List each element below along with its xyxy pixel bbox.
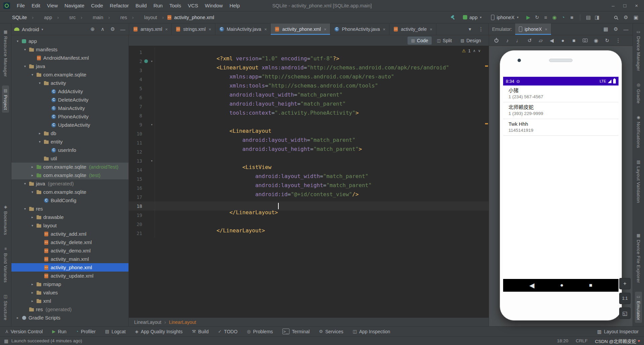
hidden-tabs-icon[interactable]: ▾ bbox=[467, 26, 473, 33]
tree-row[interactable]: activity_delete.xml bbox=[11, 238, 128, 246]
profile-icon[interactable]: ◔ bbox=[560, 14, 567, 21]
close-icon[interactable]: × bbox=[165, 27, 168, 32]
tool-window-button[interactable]: ⚙ Services bbox=[319, 329, 343, 334]
breadcrumb[interactable]: res bbox=[113, 15, 137, 20]
stripe-notifications[interactable]: ◉ Notifications bbox=[635, 112, 642, 151]
tree-chevron-icon[interactable] bbox=[23, 182, 27, 185]
fold-icon[interactable] bbox=[149, 111, 155, 120]
tool-window-button[interactable]: ▤ Logcat bbox=[105, 329, 125, 334]
tree-row[interactable]: java (generated) bbox=[11, 179, 128, 188]
inspections-widget[interactable]: ⚠ 1 ∧ ∨ bbox=[462, 48, 481, 53]
stripe-project[interactable]: ▤ Project bbox=[2, 85, 9, 113]
window-layout-icon[interactable]: ▣ bbox=[633, 14, 639, 21]
screenshot-camera-icon[interactable] bbox=[582, 37, 588, 44]
fold-icon[interactable] bbox=[149, 174, 155, 183]
fold-icon[interactable] bbox=[149, 66, 155, 75]
tree-row[interactable]: activity_demo.xml bbox=[11, 246, 128, 255]
editor-tab[interactable]: strings.xml × bbox=[172, 23, 215, 35]
device-dropdown[interactable]: iphoneX ▾ bbox=[488, 13, 522, 21]
tree-chevron-icon[interactable] bbox=[38, 140, 42, 143]
tree-row[interactable]: util bbox=[11, 154, 128, 163]
next-issue-icon[interactable]: ∨ bbox=[478, 49, 481, 53]
tree-row[interactable]: app bbox=[11, 37, 128, 45]
menu-item[interactable]: Help bbox=[226, 1, 243, 10]
tree-chevron-icon[interactable] bbox=[30, 224, 35, 227]
grid-icon[interactable]: ▦ bbox=[602, 26, 609, 33]
search-everywhere-icon[interactable] bbox=[612, 14, 619, 21]
tree-chevron-icon[interactable] bbox=[23, 64, 27, 68]
close-icon[interactable]: × bbox=[264, 27, 267, 32]
tree-chevron-icon[interactable] bbox=[30, 291, 35, 294]
view-mode-button[interactable]: ▧ Design bbox=[457, 37, 485, 45]
menu-item[interactable]: Refactor bbox=[106, 1, 132, 10]
apply-changes-icon[interactable]: ↻ bbox=[534, 14, 540, 21]
view-mode-button[interactable]: ▤ Code bbox=[408, 37, 432, 45]
code-line[interactable]: 21 bbox=[129, 229, 489, 238]
tree-chevron-icon[interactable] bbox=[15, 39, 20, 43]
tree-row[interactable]: db bbox=[11, 129, 128, 137]
rotate-left-icon[interactable]: ↺ bbox=[526, 37, 533, 44]
breadcrumb[interactable]: SQLite bbox=[5, 15, 37, 20]
tree-row[interactable]: entity bbox=[11, 137, 128, 146]
overview-icon[interactable]: ■ bbox=[571, 37, 577, 44]
more-icon[interactable]: ⋮ bbox=[615, 37, 622, 44]
tool-window-switcher-icon[interactable]: ▦ bbox=[4, 338, 8, 344]
zoom-fit-button[interactable]: ◱ bbox=[619, 307, 631, 319]
close-icon[interactable]: × bbox=[430, 27, 432, 32]
hide-panel-icon[interactable]: — bbox=[119, 26, 126, 33]
stripe-bookmarks[interactable]: ◈ Bookmarks bbox=[2, 202, 9, 238]
settings-gear-icon[interactable]: ⚙ bbox=[623, 14, 629, 21]
tree-chevron-icon[interactable] bbox=[15, 316, 20, 320]
fold-icon[interactable] bbox=[149, 202, 155, 211]
tree-row[interactable]: res bbox=[11, 205, 128, 213]
tree-row[interactable]: com.example.sqlite bbox=[11, 70, 128, 79]
phone-screen[interactable]: 8:34 ⊙ LTE bbox=[503, 77, 619, 292]
fold-icon[interactable] bbox=[149, 57, 155, 66]
tree-chevron-icon[interactable] bbox=[23, 207, 27, 211]
screen-record-icon[interactable]: ◉ bbox=[593, 37, 599, 44]
fold-icon[interactable] bbox=[149, 129, 155, 138]
tree-chevron-icon[interactable] bbox=[30, 282, 35, 286]
tree-chevron-icon[interactable] bbox=[30, 73, 35, 76]
home-icon[interactable]: ● bbox=[559, 37, 566, 44]
back-icon[interactable]: ◀ bbox=[529, 281, 534, 289]
fold-icon[interactable] bbox=[149, 156, 155, 165]
editor-tab[interactable]: arrays.xml × bbox=[129, 23, 172, 35]
menu-item[interactable]: Edit bbox=[28, 1, 44, 10]
fold-icon[interactable] bbox=[149, 183, 155, 192]
fold-icon[interactable] bbox=[149, 229, 155, 238]
tree-row[interactable]: MainActivity bbox=[11, 104, 128, 112]
tree-chevron-icon[interactable] bbox=[38, 81, 42, 85]
tree-row[interactable]: UpdateActivity bbox=[11, 121, 128, 129]
run-config-dropdown[interactable]: app ▾ bbox=[460, 13, 485, 21]
tree-chevron-icon[interactable] bbox=[38, 131, 42, 135]
fold-icon[interactable] bbox=[149, 138, 155, 147]
snapshot-icon[interactable]: ↻ bbox=[604, 37, 610, 44]
tool-window-button[interactable]: Y Version Control bbox=[5, 329, 43, 334]
tree-row[interactable]: drawable bbox=[11, 213, 128, 221]
line-ending-indicator[interactable]: CRLF bbox=[576, 338, 587, 343]
close-icon[interactable]: × bbox=[383, 27, 386, 32]
overview-icon[interactable]: ■ bbox=[589, 282, 592, 288]
menu-item[interactable]: Code bbox=[88, 1, 106, 10]
tree-row[interactable]: DeleteActivity bbox=[11, 96, 128, 104]
tool-window-button[interactable]: >_ Terminal bbox=[282, 329, 310, 334]
fold-icon[interactable] bbox=[149, 211, 155, 220]
tree-chevron-icon[interactable] bbox=[30, 165, 35, 169]
locate-file-icon[interactable]: ⊕ bbox=[89, 26, 96, 33]
editor-tab[interactable]: PhoneActivity.java × bbox=[330, 23, 389, 35]
close-icon[interactable]: × bbox=[209, 27, 211, 32]
menu-item[interactable]: Navigate bbox=[61, 1, 88, 10]
tree-row[interactable]: BuildConfig bbox=[11, 196, 128, 205]
fold-icon[interactable] bbox=[149, 93, 155, 102]
stop-icon[interactable]: ■ bbox=[569, 14, 575, 21]
tree-row[interactable]: activity_update.xml bbox=[11, 272, 128, 280]
close-icon[interactable]: × bbox=[545, 27, 547, 32]
chevron-down-icon[interactable]: ▾ bbox=[42, 27, 43, 31]
menu-item[interactable]: File bbox=[13, 1, 28, 10]
menu-item[interactable]: View bbox=[44, 1, 61, 10]
tree-row[interactable]: activity_add.xml bbox=[11, 230, 128, 238]
fold-icon[interactable] bbox=[149, 102, 155, 111]
tree-row[interactable]: java bbox=[11, 62, 128, 70]
view-options-icon[interactable]: ⚙ bbox=[109, 26, 116, 33]
